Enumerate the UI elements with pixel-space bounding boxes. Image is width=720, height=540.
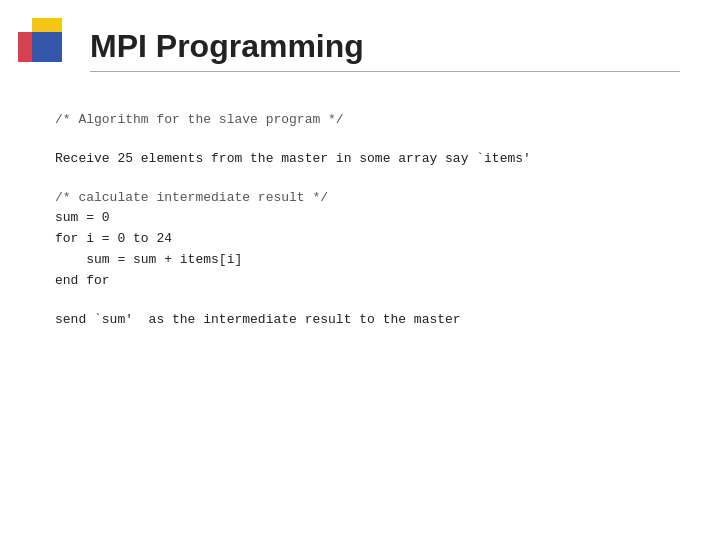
comment-line-1: /* Algorithm for the slave program */	[55, 110, 680, 131]
comment-line-2: /* calculate intermediate result */	[55, 188, 680, 209]
title-area: MPI Programming	[90, 28, 680, 72]
sum-init-line: sum = 0	[55, 208, 680, 229]
end-for-line: end for	[55, 271, 680, 292]
for-loop-line: for i = 0 to 24	[55, 229, 680, 250]
send-line: send `sum' as the intermediate result to…	[55, 310, 680, 331]
page-title: MPI Programming	[90, 28, 680, 65]
logo-decoration	[18, 18, 78, 78]
content-area: /* Algorithm for the slave program */ Re…	[55, 110, 680, 330]
logo-blue-square	[32, 32, 62, 62]
title-underline	[90, 71, 680, 72]
code-block: /* Algorithm for the slave program */ Re…	[55, 110, 680, 330]
receive-line: Receive 25 elements from the master in s…	[55, 149, 680, 170]
sum-update-line: sum = sum + items[i]	[55, 250, 680, 271]
